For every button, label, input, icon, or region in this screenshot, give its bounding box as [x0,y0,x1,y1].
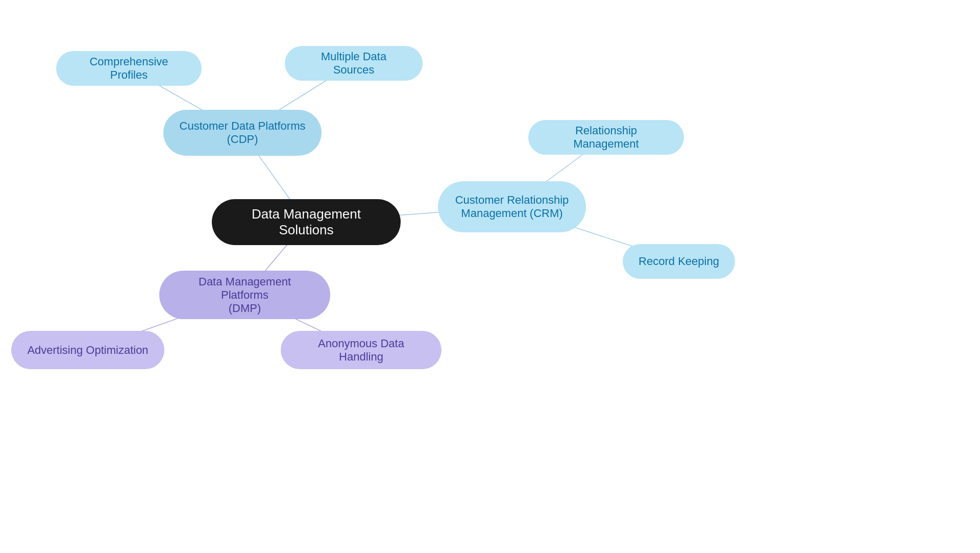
dmp-node: Data Management Platforms(DMP) [159,271,330,319]
comprehensive-profiles-node: Comprehensive Profiles [56,51,202,86]
dmp-node-label: Data Management Platforms(DMP) [174,275,316,315]
center-node-label: Data Management Solutions [226,206,386,238]
advertising-optimization-label: Advertising Optimization [27,344,148,357]
crm-node-label: Customer RelationshipManagement (CRM) [455,194,569,220]
record-keeping-node: Record Keeping [623,244,735,279]
record-keeping-label: Record Keeping [639,255,719,268]
cdp-node: Customer Data Platforms(CDP) [163,110,322,156]
relationship-management-node: Relationship Management [528,120,684,155]
advertising-optimization-node: Advertising Optimization [11,331,164,369]
relationship-management-label: Relationship Management [543,124,670,151]
anonymous-data-handling-node: Anonymous Data Handling [281,331,442,369]
comprehensive-profiles-label: Comprehensive Profiles [70,55,187,82]
cdp-node-label: Customer Data Platforms(CDP) [180,119,306,146]
multiple-data-sources-node: Multiple Data Sources [285,46,423,81]
center-node: Data Management Solutions [212,199,401,245]
anonymous-data-handling-label: Anonymous Data Handling [295,337,427,364]
crm-node: Customer RelationshipManagement (CRM) [438,181,586,232]
multiple-data-sources-label: Multiple Data Sources [299,50,408,77]
